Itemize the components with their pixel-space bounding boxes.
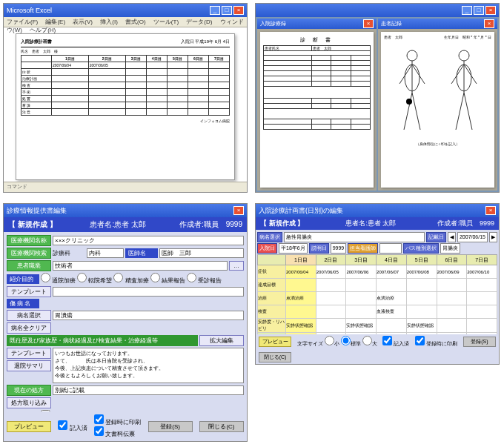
gd-1[interactable]: 2007/06/04 [286,265,316,279]
template-btn[interactable]: テンプレート [7,286,51,297]
dots-btn[interactable]: … [229,261,244,271]
menu-file[interactable]: ファイル(F) [7,19,38,25]
disease-clr-btn[interactable]: 病名全クリア [7,322,51,334]
gd-4[interactable]: 2007/06/07 [377,265,407,279]
close-button[interactable]: × [485,6,496,15]
gd-5[interactable]: 2007/06/08 [406,265,437,279]
chk-4[interactable]: 結果報告 [150,273,185,285]
dis-input[interactable]: 急性胃腸炎 [284,232,425,242]
gd-2[interactable]: 2007/06/05 [316,265,346,279]
adm-val[interactable]: 平18年6月 [279,243,308,254]
print-chk[interactable]: 登録時に印刷 [94,419,141,426]
rx-input[interactable] [53,385,244,395]
next-day-btn[interactable]: ▶ [489,232,497,242]
size-l[interactable]: 大 [362,341,377,346]
q2-titlebar[interactable]: _ □ × [256,4,499,17]
path-val[interactable]: 胃腸炎 [440,243,460,254]
c-tx2[interactable]: 点滴治療 [377,292,407,305]
close-icon[interactable]: × [363,19,374,28]
q4-titlebar[interactable]: 入院診療計画書(日別)の編集 × [256,204,499,217]
rx-import-btn[interactable]: 処方取り込み [7,397,51,408]
excel-window: Microsoft Excel _ □ × ファイル(F) 編集(E) 表示(V… [3,3,248,193]
menu-edit[interactable]: 編集(E) [45,19,65,25]
menu-insert[interactable]: 挿入(I) [100,19,118,25]
q3-title: 診療情報提供書編集 [7,206,67,216]
chk-5[interactable]: 受診報告 [187,273,222,285]
q1-title: Microsoft Excel [7,7,52,14]
rlab-5: 看 護 [21,102,52,109]
gh-4: 4日目 [377,255,407,265]
diagnosis-form: 診 断 書 患者氏名患者 太郎 [260,32,374,188]
close-button[interactable]: × [485,206,496,215]
prev-day-btn[interactable]: ◀ [448,232,456,242]
save-btn[interactable]: 登録(S) [148,421,193,432]
purpose-input[interactable] [53,287,244,297]
menu-data[interactable]: データ(D) [186,19,212,25]
preview-btn[interactable]: プレビュー [7,421,51,432]
fee-chk[interactable]: 文書料伝票 [94,431,135,437]
q1-menubar[interactable]: ファイル(F) 編集(E) 表示(V) 挿入(I) 書式(O) ツール(T) デ… [4,17,247,27]
plan-grid-editor: 入院診療計画書(日別)の編集 × 【 新規作成 】 患者名:患者 太郎 作成者:… [255,203,500,365]
left-pane-title[interactable]: 入院診療録 × [257,19,377,29]
mode-label: 【 新規作成 】 [8,219,57,230]
c-r2[interactable]: 安静状態確認 [346,319,377,333]
menu-help[interactable]: ヘルプ(H) [30,27,56,33]
expl-val[interactable]: 9999 [331,243,347,254]
staff-btn[interactable]: 患者職業 [7,260,51,271]
q4-filed-chk[interactable]: 記入済 [382,336,409,348]
close-icon[interactable]: × [484,19,494,28]
gd-7[interactable]: 2007/06/10 [467,265,497,279]
q3-titlebar[interactable]: 診療情報提供書編集 × [4,204,247,217]
date-2: 2007/06/05 [88,62,125,69]
inst-search-btn[interactable]: 医療機関検索 [7,248,51,259]
inst-name-btn[interactable]: 医療機関名称 [7,235,51,246]
expand-btn[interactable]: 拡大編集 [199,335,244,346]
memo-textarea[interactable] [53,348,244,383]
q3-band: 【 新規作成 】 患者名:患者 太郎 作成者:職員 9999 [4,217,247,232]
close-btn[interactable]: 閉じる(C) [199,421,244,432]
dr-input[interactable] [159,248,244,258]
menu-tools[interactable]: ツール(T) [153,19,179,25]
q4-preview-btn[interactable]: プレビュー [259,337,291,347]
chk-3[interactable]: 精査加療 [113,273,148,285]
disease-sel-btn[interactable]: 病名選択 [7,310,51,321]
q4-print-chk[interactable]: 登録時に印刷 [415,336,457,348]
c-test[interactable]: 血液検査 [377,305,407,319]
q4-close-btn[interactable]: 閉じる(C) [259,352,291,362]
close-button[interactable]: × [233,206,244,215]
disease-input[interactable] [53,311,244,320]
staff-val[interactable] [379,243,402,254]
summary-btn[interactable]: 退院サマリ [7,360,51,371]
min-button[interactable]: _ [462,6,472,15]
rlab-3: 手 術 [21,89,52,96]
svg-line-3 [412,64,425,84]
max-button[interactable]: □ [474,6,484,15]
filed-chk[interactable]: 記入済 [58,420,87,432]
c-tx1[interactable]: 点滴治療 [286,292,316,305]
c-r1[interactable]: 安静状態確認 [286,319,316,333]
rlab-6: 注 意 [21,109,52,116]
chk-2[interactable]: 転院希望 [77,273,112,285]
rlab-2: 検 査 [21,82,52,89]
menu-view[interactable]: 表示(V) [73,19,93,25]
close-button[interactable]: × [233,6,244,15]
staff-input[interactable] [53,261,228,271]
q4-save-btn[interactable]: 登録(S) [463,337,496,347]
right-pane-title[interactable]: 患者記録 × [378,19,497,29]
size-s[interactable]: 小 [325,341,339,346]
sl-0: 症状 [258,265,286,279]
gd-3[interactable]: 2007/06/06 [346,265,377,279]
min-button[interactable]: _ [210,6,220,15]
date-val[interactable]: 2007/06/15 [457,232,488,242]
q1-titlebar[interactable]: Microsoft Excel _ □ × [4,4,247,17]
clinic-input[interactable] [53,236,244,245]
gd-6[interactable]: 2007/06/09 [437,265,467,279]
chk-1[interactable]: 通院加療 [41,273,76,285]
max-button[interactable]: □ [222,6,232,15]
dept-input[interactable] [87,248,124,258]
menu-format[interactable]: 書式(O) [125,19,146,25]
q4-footer: プレビュー 文字サイズ 小 標準 大 記入済 登録時に印刷 登録(S) 閉じる(… [256,334,499,364]
template-btn-2[interactable]: テンプレート [7,348,51,359]
c-r3[interactable]: 安静状態確認 [406,319,437,333]
size-m[interactable]: 標準 [341,341,361,346]
